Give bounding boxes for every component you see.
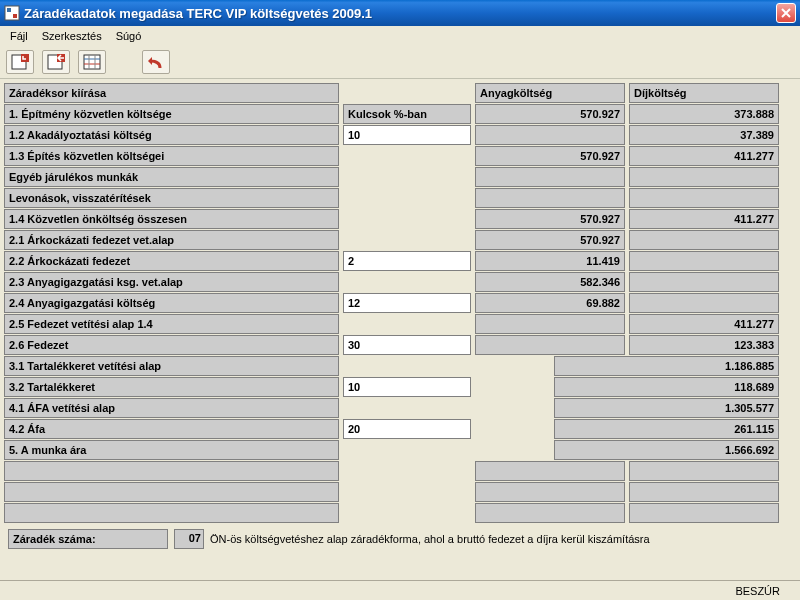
row-label: 4.2 Áfa: [4, 419, 339, 439]
material-cost: [475, 125, 625, 145]
fee-cost: [629, 251, 779, 271]
material-cost: 570.927: [475, 146, 625, 166]
row-label: 2.6 Fedezet: [4, 335, 339, 355]
footer-label: Záradék száma:: [8, 529, 168, 549]
row-label: 4.1 ÁFA vetítési alap: [4, 398, 339, 418]
empty-fee: [629, 461, 779, 481]
merged-value: 1.186.885: [554, 356, 779, 376]
material-cost: 570.927: [475, 230, 625, 250]
empty-fee: [629, 482, 779, 502]
svg-rect-4: [21, 54, 29, 62]
empty-fee: [629, 503, 779, 523]
row-label: 1.2 Akadályoztatási költség: [4, 125, 339, 145]
menubar: Fájl Szerkesztés Súgó: [0, 26, 800, 46]
row-label: 2.1 Árkockázati fedezet vet.alap: [4, 230, 339, 250]
percent-input[interactable]: [343, 419, 471, 439]
material-cost: [475, 314, 625, 334]
merged-value: 1.566.692: [554, 440, 779, 460]
statusbar: BESZÚR: [0, 580, 800, 600]
close-button[interactable]: [776, 3, 796, 23]
row-label: Egyéb járulékos munkák: [4, 167, 339, 187]
fee-cost: [629, 293, 779, 313]
material-cost: [475, 188, 625, 208]
footer-description: ÖN-ös költségvetéshez alap záradékforma,…: [210, 533, 650, 545]
row-label: 1. Építmény közvetlen költsége: [4, 104, 339, 124]
fee-cost: 373.888: [629, 104, 779, 124]
menu-file[interactable]: Fájl: [6, 30, 32, 42]
fee-cost: [629, 230, 779, 250]
fee-cost: [629, 167, 779, 187]
row-label: 2.2 Árkockázati fedezet: [4, 251, 339, 271]
header-fee: Díjköltség: [629, 83, 779, 103]
svg-rect-2: [13, 14, 17, 18]
material-cost: 582.346: [475, 272, 625, 292]
footer-row: Záradék száma: 07 ÖN-ös költségvetéshez …: [4, 525, 796, 553]
menu-edit[interactable]: Szerkesztés: [38, 30, 106, 42]
empty-row: [4, 461, 339, 481]
header-percent: Kulcsok %-ban: [343, 104, 471, 124]
footer-number: 07: [174, 529, 204, 549]
fee-cost: 411.277: [629, 146, 779, 166]
merged-value: 118.689: [554, 377, 779, 397]
fee-cost: 411.277: [629, 209, 779, 229]
header-material: Anyagköltség: [475, 83, 625, 103]
merged-value: 1.305.577: [554, 398, 779, 418]
menu-help[interactable]: Súgó: [112, 30, 146, 42]
status-insert: BESZÚR: [735, 585, 780, 597]
material-cost: 69.882: [475, 293, 625, 313]
percent-input[interactable]: [343, 293, 471, 313]
row-label: Levonások, visszatérítések: [4, 188, 339, 208]
row-label: 2.5 Fedezet vetítési alap 1.4: [4, 314, 339, 334]
material-cost: 570.927: [475, 104, 625, 124]
svg-rect-1: [7, 8, 11, 12]
window-title: Záradékadatok megadása TERC VIP költségv…: [24, 6, 776, 21]
percent-input[interactable]: [343, 125, 471, 145]
empty-mat: [475, 482, 625, 502]
row-label: 2.3 Anyagigazgatási ksg. vet.alap: [4, 272, 339, 292]
percent-input[interactable]: [343, 377, 471, 397]
header-label: Záradéksor kiírása: [4, 83, 339, 103]
row-label: 2.4 Anyagigazgatási költség: [4, 293, 339, 313]
row-label: 5. A munka ára: [4, 440, 339, 460]
material-cost: [475, 167, 625, 187]
empty-mat: [475, 461, 625, 481]
toolbar-save-icon[interactable]: [6, 50, 34, 74]
empty-row: [4, 482, 339, 502]
material-cost: 11.419: [475, 251, 625, 271]
fee-cost: [629, 272, 779, 292]
toolbar: [0, 46, 800, 79]
app-icon: [4, 5, 20, 21]
empty-row: [4, 503, 339, 523]
toolbar-grid-icon[interactable]: [78, 50, 106, 74]
merged-value: 261.115: [554, 419, 779, 439]
percent-input[interactable]: [343, 335, 471, 355]
percent-input[interactable]: [343, 251, 471, 271]
material-cost: [475, 335, 625, 355]
fee-cost: 123.383: [629, 335, 779, 355]
row-label: 1.3 Építés közvetlen költségei: [4, 146, 339, 166]
material-cost: 570.927: [475, 209, 625, 229]
toolbar-undo-icon[interactable]: [142, 50, 170, 74]
row-label: 3.2 Tartalékkeret: [4, 377, 339, 397]
toolbar-import-icon[interactable]: [42, 50, 70, 74]
row-label: 1.4 Közvetlen önköltség összesen: [4, 209, 339, 229]
row-label: 3.1 Tartalékkeret vetítési alap: [4, 356, 339, 376]
empty-mat: [475, 503, 625, 523]
fee-cost: 37.389: [629, 125, 779, 145]
fee-cost: 411.277: [629, 314, 779, 334]
content-area: Záradéksor kiírása Anyagköltség Díjkölts…: [0, 79, 800, 557]
titlebar: Záradékadatok megadása TERC VIP költségv…: [0, 0, 800, 26]
svg-rect-7: [84, 55, 100, 69]
fee-cost: [629, 188, 779, 208]
